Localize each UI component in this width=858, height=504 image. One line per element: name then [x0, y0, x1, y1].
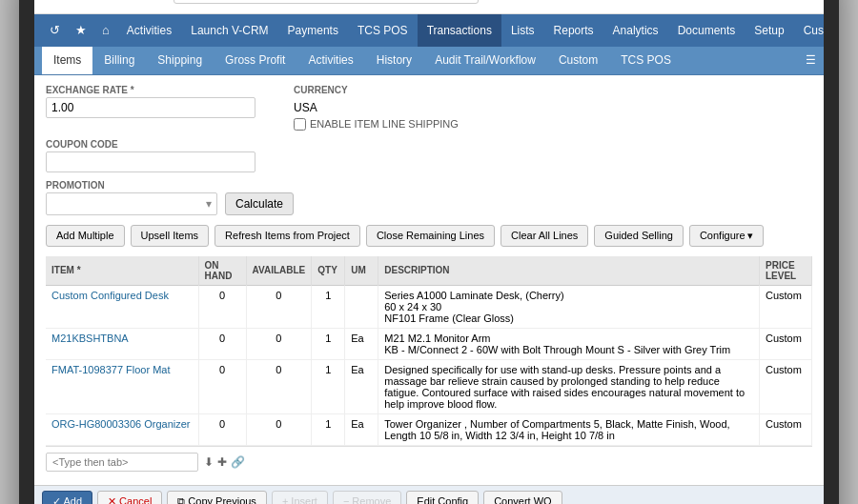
- nav-transactions[interactable]: Transactions: [418, 14, 501, 47]
- tab-menu-icon[interactable]: ☰: [806, 53, 816, 67]
- cell-onhand-2: 0: [198, 359, 246, 413]
- table-row: ORG-HG80003306 Organizer 0 0 1 Ea Tower …: [46, 413, 812, 445]
- cell-item-1[interactable]: M21KBSHTBNA: [46, 328, 198, 359]
- col-header-um: UM: [345, 256, 378, 286]
- add-row-down-icon[interactable]: ⬇: [204, 455, 214, 469]
- nav-analytics[interactable]: Analytics: [603, 14, 668, 47]
- tab-history[interactable]: History: [365, 47, 423, 74]
- action-buttons: Add Multiple Upsell Items Refresh Items …: [46, 225, 812, 247]
- cell-price-2: Custom: [760, 359, 812, 413]
- cell-item-3[interactable]: ORG-HG80003306 Organizer: [46, 413, 198, 445]
- add-button[interactable]: ✓ Add: [42, 491, 92, 505]
- col-header-price: PRICE LEVEL: [760, 256, 812, 286]
- cell-desc-1: M21 M2.1 Monitor Arm KB - M/Connect 2 - …: [378, 328, 760, 359]
- col-header-qty: QTY: [312, 256, 345, 286]
- close-remaining-button[interactable]: Close Remaining Lines: [366, 225, 495, 247]
- cell-qty-2[interactable]: 1: [312, 359, 345, 413]
- nav-reports[interactable]: Reports: [544, 14, 603, 47]
- tab-activities[interactable]: Activities: [296, 47, 364, 74]
- col-header-item: ITEM *: [46, 256, 198, 286]
- cell-desc-0: Series A1000 Laminate Desk, (Cherry) 60 …: [378, 285, 760, 328]
- nav-home-icon[interactable]: ⌂: [94, 23, 117, 37]
- cell-item-2[interactable]: FMAT-1098377 Floor Mat: [46, 359, 198, 413]
- tab-billing[interactable]: Billing: [92, 47, 146, 74]
- copy-icon: ⧉: [177, 495, 185, 505]
- cell-onhand-0: 0: [198, 285, 246, 328]
- cell-um-2: Ea: [345, 359, 378, 413]
- edit-config-button[interactable]: Edit Config: [406, 491, 479, 504]
- cell-price-0: Custom: [760, 285, 812, 328]
- col-header-available: AVAILABLE: [246, 256, 312, 286]
- currency-group: CURRENCY USA ENABLE ITEM LINE SHIPPING: [294, 85, 459, 131]
- clear-all-lines-button[interactable]: Clear All Lines: [500, 225, 588, 247]
- cancel-button[interactable]: ✕ Cancel: [97, 491, 162, 505]
- convert-wo-button[interactable]: Convert WO: [483, 491, 562, 504]
- configure-button[interactable]: Configure ▾: [689, 225, 764, 247]
- add-row-link-icon[interactable]: 🔗: [231, 455, 245, 469]
- cell-qty-0[interactable]: 1: [312, 285, 345, 328]
- refresh-items-button[interactable]: Refresh Items from Project: [214, 225, 360, 247]
- tab-shipping[interactable]: Shipping: [146, 47, 214, 74]
- table-row: FMAT-1098377 Floor Mat 0 0 1 Ea Designed…: [46, 359, 812, 413]
- cell-um-1: Ea: [345, 328, 378, 359]
- nav-tcs-pos[interactable]: TCS POS: [348, 14, 418, 47]
- table-row: M21KBSHTBNA 0 0 1 Ea M21 M2.1 Monitor Ar…: [46, 328, 812, 359]
- currency-label: CURRENCY: [294, 85, 459, 95]
- promotion-row: PROMOTION ▾ Calculate: [46, 180, 812, 215]
- coupon-code-group: COUPON CODE: [46, 139, 255, 172]
- insert-button[interactable]: + Insert: [272, 491, 328, 504]
- tab-gross-profit[interactable]: Gross Profit: [214, 47, 296, 74]
- enable-shipping-label: ENABLE ITEM LINE SHIPPING: [310, 118, 459, 130]
- guided-selling-button[interactable]: Guided Selling: [594, 225, 684, 247]
- cell-qty-1[interactable]: 1: [312, 328, 345, 359]
- cell-price-1: Custom: [760, 328, 812, 359]
- tab-audit-trail[interactable]: Audit Trail/Workflow: [423, 47, 547, 74]
- cell-qty-3[interactable]: 1: [312, 413, 345, 445]
- cell-price-3: Custom: [760, 413, 812, 445]
- cell-um-0: [345, 285, 378, 328]
- exchange-rate-label: EXCHANGE RATE *: [46, 85, 255, 95]
- table-row: Custom Configured Desk 0 0 1 Series A100…: [46, 285, 812, 328]
- upsell-items-button[interactable]: Upsell Items: [131, 225, 210, 247]
- add-multiple-button[interactable]: Add Multiple: [46, 225, 125, 247]
- nav-lists[interactable]: Lists: [501, 14, 544, 47]
- nav-activities[interactable]: Activities: [117, 14, 181, 47]
- cell-avail-3: 0: [246, 413, 312, 445]
- nav-bar: ↺ ★ ⌂ Activities Launch V-CRM Payments T…: [34, 14, 824, 47]
- add-row: ⬇ ✚ 🔗: [46, 446, 812, 475]
- nav-payments[interactable]: Payments: [278, 14, 348, 47]
- exchange-rate-group: EXCHANGE RATE *: [46, 85, 255, 118]
- enable-shipping-checkbox[interactable]: [294, 118, 306, 131]
- exchange-rate-input[interactable]: [46, 97, 255, 118]
- nav-documents[interactable]: Documents: [668, 14, 746, 47]
- tab-items[interactable]: Items: [42, 47, 92, 74]
- nav-setup[interactable]: Setup: [745, 14, 793, 47]
- currency-value: USA: [294, 97, 459, 114]
- search-bar[interactable]: 🔍: [174, 0, 479, 4]
- calculate-button[interactable]: Calculate: [225, 192, 294, 215]
- remove-button[interactable]: − Remove: [333, 491, 401, 504]
- cell-item-0[interactable]: Custom Configured Desk: [46, 285, 198, 328]
- sub-tabs: Items Billing Shipping Gross Profit Acti…: [34, 47, 824, 75]
- item-type-input[interactable]: [46, 453, 198, 472]
- cell-avail-1: 0: [246, 328, 312, 359]
- nav-launch-vcrm[interactable]: Launch V-CRM: [181, 14, 277, 47]
- promotion-label: PROMOTION: [46, 180, 217, 191]
- copy-previous-button[interactable]: ⧉ Copy Previous: [167, 491, 267, 505]
- nav-custom[interactable]: Custom: [794, 14, 824, 47]
- tab-custom[interactable]: Custom: [547, 47, 609, 74]
- nav-star-icon[interactable]: ★: [68, 23, 94, 37]
- bottom-action-bar: ✓ Add ✕ Cancel ⧉ Copy Previous + Insert …: [34, 485, 824, 505]
- nav-back-icon[interactable]: ↺: [42, 23, 68, 37]
- cell-desc-3: Tower Organizer , Number of Compartments…: [378, 413, 760, 445]
- configure-caret-icon: ▾: [747, 230, 753, 242]
- add-row-add-icon[interactable]: ✚: [217, 455, 227, 469]
- coupon-code-label: COUPON CODE: [46, 139, 255, 150]
- items-table: ITEM * ON HAND AVAILABLE QTY UM: [46, 256, 812, 446]
- coupon-code-input[interactable]: [46, 151, 255, 172]
- cell-um-3: Ea: [345, 413, 378, 445]
- promotion-select[interactable]: ▾: [46, 192, 217, 215]
- logo: ORACLE NETSUITE: [46, 0, 158, 1]
- cell-avail-2: 0: [246, 359, 312, 413]
- tab-tcs-pos[interactable]: TCS POS: [609, 47, 683, 74]
